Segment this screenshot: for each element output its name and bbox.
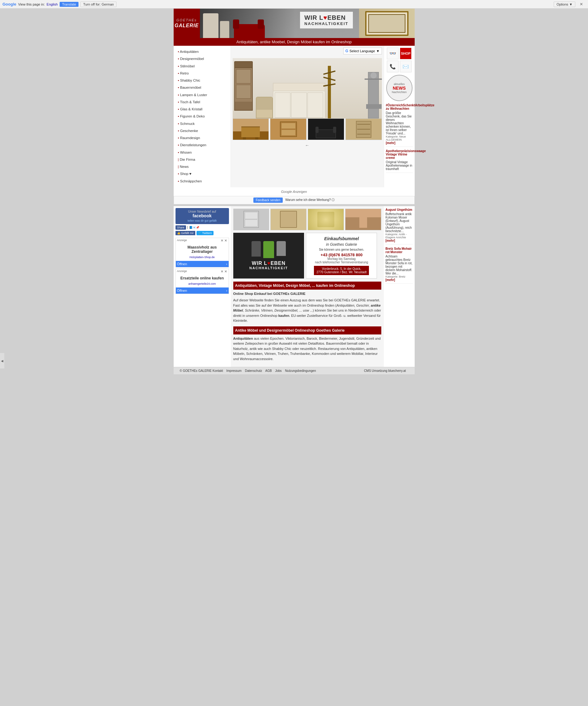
logo-line2: GALERIE [175, 23, 199, 29]
sidebar-item-stilmoebel[interactable]: Stilmöbel [174, 63, 230, 70]
translate-language-link[interactable]: English [47, 2, 58, 6]
right-sidebar: 👓 SHOP 📞 ✉️ aktuelles NEWS Nachrichten [384, 46, 415, 187]
news-badge[interactable]: aktuelles NEWS Nachrichten [386, 75, 413, 101]
product-thumb-desk[interactable] [233, 118, 269, 140]
product-thumb-sofa[interactable] [308, 118, 344, 140]
footer-link-nutzung[interactable]: Nutzungsbedingungen [285, 369, 316, 372]
ad-box-2: Anzeige ✕ ✕ Ersatzteile online kaufen an… [175, 269, 229, 294]
footer-link-impressum[interactable]: Impressum [226, 369, 242, 372]
news-article-4-category: Kategorie: Bretz [386, 275, 413, 278]
like-tweet-bar: 👍 Gefällt mir 🐦 Twittern [175, 231, 229, 235]
footer-left: © GOETHEs GALERIE Kontakt Impressum Date… [180, 369, 319, 372]
sidebar-item-designermoebel[interactable]: Designermöbel [174, 55, 230, 63]
news-badge-line1: aktuelles [394, 82, 405, 86]
footer-right: CMS Umsetzung bluecherry.at [364, 369, 408, 372]
news-article-3-text: Buffetschrank antik Koloman Moser (Entwu… [386, 212, 413, 233]
ad-close-1[interactable]: ✕ ✕ [221, 239, 227, 243]
sidebar-item-dienstleistungen[interactable]: Dienstleistungen [174, 142, 230, 149]
product-thumb-shelf[interactable] [345, 118, 382, 140]
einkauf-hours-detail: nach telefonischer Terminvereinbarung [315, 261, 368, 264]
sidebar-item-shop[interactable]: Shop ♥ [174, 170, 230, 178]
ad-header-1: Anzeige ✕ ✕ [176, 238, 229, 243]
ad-url-2[interactable]: anhaengerteile24.com [176, 282, 229, 286]
sidebar-item-die-firma[interactable]: Die Firma [174, 156, 230, 163]
translate-close-button[interactable]: ✕ [577, 1, 586, 7]
news-article-4-title[interactable]: Bretz Sofa Mohair rot Monster [386, 247, 413, 254]
ad-open-button-2[interactable]: Öffnen › [176, 287, 229, 293]
news-article-3-category: Kategorie: Antik - Etagere Anrichte [386, 233, 413, 239]
news-article-2-title[interactable]: Apothekerpräzisionswaage Vintage Vitrine… [386, 149, 413, 159]
sidebar-item-tisch[interactable]: Tisch & Tafel [174, 99, 230, 106]
bottom-thumb-antique[interactable] [270, 209, 306, 230]
news-article-3-title[interactable]: August Ungethüm [386, 208, 413, 211]
news-article-3-more[interactable]: [mehr] [386, 239, 413, 242]
feedback-button[interactable]: Feedback senden [253, 198, 283, 203]
facebook-newsletter-text: Unser Newsbrief auf [177, 210, 227, 213]
text-section-2: Antike Möbel und Designermöbel Onlinesho… [233, 326, 381, 362]
shop-icon-box[interactable]: SHOP [400, 48, 412, 60]
footer-link-datenschutz[interactable]: Datenschutz [245, 369, 262, 372]
sidebar-item-schnaeppchen[interactable]: Schnäppchen [174, 178, 230, 185]
options-button[interactable]: Options ▼ [554, 2, 575, 7]
einkauf-title: Einkaufsbummel [324, 236, 359, 241]
ad-close-2[interactable]: ✕ ✕ [221, 270, 227, 274]
footer-link-agb[interactable]: AGB [265, 369, 272, 372]
sidebar: Antiquitäten Designermöbel Stilmöbel Ret… [174, 46, 231, 187]
slogan: WIR L♥EBEN [304, 14, 348, 21]
nav-arrow-left[interactable]: ← [233, 142, 382, 149]
ad-label-2: Anzeige [177, 270, 187, 274]
footer-link-kontakt[interactable]: Kontakt [213, 369, 223, 372]
sidebar-item-news[interactable]: News [174, 163, 230, 170]
sidebar-item-shabby-chic[interactable]: Shabby Chic [174, 77, 230, 84]
news-article-1-more[interactable]: [mehr] [386, 141, 413, 145]
slogan-line2: EBEN [327, 14, 346, 21]
news-article-3: August Ungethüm Buffetschrank antik Kolo… [386, 208, 413, 244]
top-bar: Antiquitäten, antike Moebel, Design Möbe… [174, 38, 415, 46]
select-language-button[interactable]: G Select Language ▼ [343, 48, 382, 54]
scroll-icon: ◀ [1, 359, 3, 363]
news-article-2-text: Original Vintage Apothekerwaage in traum… [386, 160, 413, 171]
footer-cms-link[interactable]: CMS Umsetzung bluecherry.at [364, 369, 406, 372]
language-dropdown-icon: ▼ [376, 49, 380, 53]
product-thumb-cabinet[interactable] [270, 118, 306, 140]
einkauf-phone[interactable]: +43 (0)676 841578 800 [321, 252, 363, 257]
einkauf-cta: Sie können uns gerne besuchen. [319, 248, 364, 251]
glasses-icon: 👓 [389, 50, 396, 57]
ad-url-1[interactable]: Holzplatten-Shop.de [176, 256, 229, 260]
bottom-thumb-vitrine[interactable] [233, 209, 269, 230]
bottom-thumb-figure[interactable] [345, 209, 381, 230]
footer-link-jobs[interactable]: Jobs [275, 369, 282, 372]
social-icons: 📘📧📌 [189, 226, 199, 229]
einkauf-address-button[interactable]: Vorderbruck. 5, In der Quick,2770 Gutens… [314, 266, 369, 275]
tweet-button[interactable]: 🐦 Twittern [197, 231, 213, 235]
share-button[interactable]: Share [175, 225, 186, 230]
sidebar-item-bauernmoebel[interactable]: Bauernmöbel [174, 84, 230, 91]
sidebar-item-schmuck[interactable]: Schmuck [174, 120, 230, 127]
logo-section: GOETHEs GALERIE [174, 9, 200, 38]
scroll-indicator[interactable]: ◀ [0, 353, 4, 368]
select-language-label: Select Language [349, 49, 375, 53]
ad-open-button-1[interactable]: Öffnen › [176, 261, 229, 267]
like-button[interactable]: 👍 Gefällt mir [175, 231, 196, 235]
facebook-logo: facebook [177, 213, 227, 218]
sidebar-item-wissen[interactable]: Wissen [174, 149, 230, 156]
facebook-box[interactable]: Unser Newsbrief auf facebook teilen was … [175, 208, 229, 224]
logo-line1: GOETHEs [175, 18, 199, 22]
email-icon-box[interactable]: ✉️ [400, 61, 412, 72]
sidebar-item-geschenke[interactable]: Geschenke [174, 127, 230, 134]
google-g-icon: G [345, 49, 348, 53]
news-article-4-more[interactable]: [mehr] [386, 278, 413, 282]
news-article-1-title[interactable]: #ÖsterreichSchenktArbeitsplätze zu Weihn… [386, 104, 413, 110]
sidebar-item-lampen[interactable]: Lampen & Luster [174, 91, 230, 99]
sidebar-item-raumdesign[interactable]: Raumdesign [174, 134, 230, 142]
sidebar-item-glas[interactable]: Glas & Kristall [174, 106, 230, 113]
sidebar-item-antiquitaeten[interactable]: Antiquitäten [174, 48, 230, 55]
glasses-icon-box[interactable]: 👓 [387, 48, 398, 60]
sidebar-item-retro[interactable]: Retro [174, 70, 230, 77]
turnoff-button[interactable]: Turn off for: German [80, 2, 117, 7]
translate-button[interactable]: Translate [59, 2, 79, 7]
einkauf-hours: Montag bis Samstag [328, 257, 355, 261]
bottom-thumb-silver[interactable] [308, 209, 344, 230]
phone-icon-box[interactable]: 📞 [387, 61, 398, 72]
sidebar-item-figuren[interactable]: Figuren & Deko [174, 113, 230, 120]
